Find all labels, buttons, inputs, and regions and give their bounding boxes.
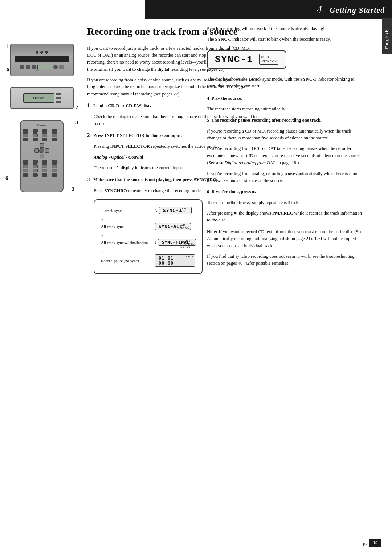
device-top-unit bbox=[10, 44, 74, 76]
remote-image: Pioneer bbox=[4, 120, 80, 192]
sync-label-4: Record-pause (no sync) bbox=[101, 258, 152, 263]
label-3-remote: 3 bbox=[75, 120, 78, 126]
step-num-3: 3 bbox=[87, 176, 90, 182]
remote-btn-12 bbox=[52, 138, 57, 141]
step-num-2: 2 bbox=[87, 132, 90, 138]
arrow-between-1-2: ↓ bbox=[101, 216, 195, 221]
sync1-badge: CD-R >SYNC-1< bbox=[259, 54, 279, 65]
remote-btn-18 bbox=[33, 164, 38, 168]
step-4-numheader: 4 Play the source. bbox=[207, 96, 242, 101]
device-top-image: 1 6 3 bbox=[4, 44, 80, 76]
device-mid-image: Pioneer 2 bbox=[4, 87, 80, 109]
remote-btn-15 bbox=[42, 160, 47, 164]
sync-box-2-text: SYNC-ALL bbox=[159, 224, 183, 229]
remote-btn-10 bbox=[33, 138, 38, 141]
header-title: Getting Started bbox=[329, 5, 385, 15]
step-2-header: Press INPUT SELECTOR to choose an input. bbox=[93, 133, 182, 138]
remote-btn-28 bbox=[52, 173, 57, 177]
note-box: Note: If you want to record CD text info… bbox=[207, 228, 363, 267]
sync-box-3-badge: CD-R /FINALIZESYNC↓ bbox=[180, 240, 195, 248]
step-4-body: The recorder starts recording automatica… bbox=[207, 106, 363, 113]
remote-btn-6 bbox=[33, 133, 38, 137]
sync1-badge-line2: >SYNC-1< bbox=[261, 60, 277, 63]
right-intro-2: The SYNC-1 indicator will start to blink… bbox=[207, 36, 363, 43]
right-content: Synchro recording will not work if the s… bbox=[203, 18, 377, 278]
step-5-body-2: If you're recording from DCC or DAT tape… bbox=[207, 145, 363, 166]
page-number: 19 bbox=[369, 539, 381, 547]
label-6-top: 6 bbox=[7, 67, 9, 73]
label-6-remote: 6 bbox=[5, 176, 8, 182]
sync-diagram: 1 -track sync ↘ SYNC-1 CD-RSYNC-1 ↓ All-… bbox=[94, 199, 203, 274]
dpad-right bbox=[45, 148, 49, 153]
remote-btn-1 bbox=[23, 129, 28, 133]
sync-label-1: 1 -track sync bbox=[101, 208, 152, 213]
note-para-2: If you find that synchro recording does … bbox=[207, 253, 363, 267]
sync1-display: SYNC-1 CD-R >SYNC-1< bbox=[207, 50, 286, 69]
remote-btn-7 bbox=[42, 133, 47, 137]
step-6-body-2: After pressing ■, the display shows PMA … bbox=[207, 210, 363, 224]
step-num-1: 1 bbox=[87, 102, 90, 108]
remote-btn-11 bbox=[42, 138, 47, 141]
step-1-header: Load a CD-R or CD-RW disc. bbox=[93, 103, 151, 108]
step-6-numheader: 6 If you're done, press ■. bbox=[207, 189, 256, 194]
sync1-display-area: SYNC-1 CD-R >SYNC-1< bbox=[207, 47, 363, 72]
sync-row-1: 1 -track sync ↘ SYNC-1 CD-RSYNC-1 bbox=[101, 207, 195, 214]
remote-brand: Pioneer bbox=[37, 123, 47, 127]
remote-btn-9 bbox=[23, 138, 28, 141]
sync1-badge-line1: CD-R bbox=[261, 55, 269, 59]
remote-btn-25 bbox=[23, 173, 28, 177]
step-5: 5 The recorder pauses recording after re… bbox=[207, 117, 363, 124]
sync-row-4: Record-pause (no sync) 01 01 00:00 CD-R bbox=[101, 254, 195, 267]
sync-box-3: SYNC-FINAL CD-R /FINALIZESYNC↓ bbox=[158, 239, 196, 246]
left-sidebar: 1 6 3 Pioneer 2 Pioneer bbox=[0, 18, 83, 526]
sync-row-2: All-track sync SYNC-ALL CD-RSYNC bbox=[101, 223, 195, 230]
step-5-body-1: If you're recording a CD or MD, recordin… bbox=[207, 128, 363, 142]
sync-row-3: All-track sync w/ finalization ↓ SYNC-FI… bbox=[101, 239, 195, 246]
remote-btn-27 bbox=[42, 173, 47, 177]
page-lang: En bbox=[363, 542, 367, 547]
remote-btn-5 bbox=[23, 133, 28, 137]
chapter-number: 4 bbox=[317, 4, 322, 15]
note-para-1: Note: If you want to record CD text info… bbox=[207, 228, 363, 249]
remote-control: Pioneer bbox=[20, 120, 64, 192]
remote-btn-26 bbox=[33, 173, 38, 177]
sync-box-4: 01 01 00:00 CD-R bbox=[155, 254, 195, 267]
arrow-3: ↓ bbox=[155, 240, 156, 244]
dpad-down bbox=[40, 154, 44, 158]
sync-box-2-badge: CD-RSYNC bbox=[181, 224, 189, 229]
sync-label-2: All-track sync bbox=[101, 224, 152, 229]
step-5-body-3: If you're recording from analog, recordi… bbox=[207, 170, 363, 184]
remote-btn-16 bbox=[52, 160, 57, 164]
remote-btn-4 bbox=[52, 129, 57, 133]
step-5-numheader: 5 The recorder pauses recording after re… bbox=[207, 118, 322, 123]
sync1-caption: The display shows the 1-track sync mode,… bbox=[207, 76, 363, 90]
sync-label-3: All-track sync w/ finalization bbox=[101, 240, 152, 245]
remote-button-grid bbox=[23, 129, 61, 141]
remote-button-grid-2 bbox=[23, 160, 61, 177]
remote-btn-19 bbox=[42, 164, 47, 168]
label-2-remote: 2 bbox=[72, 187, 74, 192]
dpad-center bbox=[39, 148, 44, 153]
step-6: 6 If you're done, press ■. bbox=[207, 188, 363, 195]
remote-btn-14 bbox=[33, 160, 38, 164]
label-2-mid: 2 bbox=[75, 105, 78, 111]
remote-btn-2 bbox=[33, 129, 38, 133]
device-mid-unit: Pioneer bbox=[10, 87, 74, 109]
sync-box-1-badge: CD-RSYNC-1 bbox=[179, 207, 190, 213]
remote-btn-20 bbox=[52, 164, 57, 168]
remote-btn-3 bbox=[42, 129, 47, 133]
remote-btn-17 bbox=[23, 164, 28, 168]
remote-dpad bbox=[34, 143, 49, 158]
remote-btn-24 bbox=[52, 169, 57, 172]
step-4: 4 Play the source. bbox=[207, 95, 363, 102]
arrow-between-2-3: ↓ bbox=[101, 232, 195, 237]
step-6-body-1: To record further tracks, simply repeat … bbox=[207, 199, 363, 206]
sync-box-1: SYNC-1 CD-RSYNC-1 bbox=[159, 207, 192, 214]
label-3-top: 3 bbox=[36, 67, 39, 73]
sync-box-2: SYNC-ALL CD-RSYNC bbox=[155, 223, 191, 230]
dpad-up bbox=[40, 143, 44, 148]
arrow-between-3-4: ↓ bbox=[101, 247, 195, 253]
page-header: 4 Getting Started bbox=[145, 0, 392, 19]
remote-btn-8 bbox=[52, 133, 57, 137]
remote-btn-21 bbox=[23, 169, 28, 172]
